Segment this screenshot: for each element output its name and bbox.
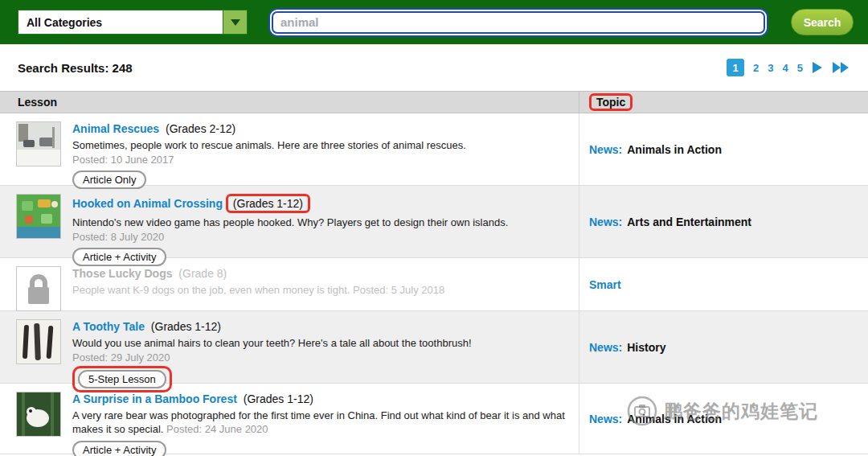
posted-date: Posted: 29 July 2020 — [72, 351, 569, 364]
lesson-description: A very rare bear was photographed for th… — [72, 409, 569, 436]
category-dropdown[interactable]: All Categories — [18, 10, 248, 35]
lesson-thumbnail-snow-scene[interactable] — [16, 121, 61, 166]
annotation-box-topic: Topic — [589, 93, 633, 111]
topic-cell: News: History — [579, 311, 868, 383]
lesson-title-link[interactable]: Those Lucky Dogs — [72, 267, 172, 280]
results-bar: Search Results: 248 1 2 3 4 5 — [0, 44, 868, 91]
lesson-description: Sometimes, people work to rescue animals… — [72, 138, 569, 152]
lock-icon — [16, 266, 61, 311]
lesson-info: Those Lucky Dogs (Grade 8) People want K… — [72, 266, 569, 306]
search-input-wrapper — [268, 8, 768, 37]
lesson-row-bamboo-forest: A Surprise in a Bamboo Forest (Grades 1-… — [0, 384, 868, 454]
posted-date: Posted: 10 June 2017 — [72, 154, 569, 166]
lesson-row-animal-rescues: Animal Rescues (Grades 2-12) Sometimes, … — [0, 113, 868, 186]
results-summary: Search Results: 248 — [18, 61, 133, 75]
pagination: 1 2 3 4 5 — [727, 59, 850, 76]
lesson-row-animal-crossing: Hooked on Animal Crossing (Grades 1-12) … — [0, 186, 868, 258]
lesson-description: Would you use animal hairs to clean your… — [72, 336, 569, 350]
lesson-info: A Toothy Tale (Grades 1-12) Would you us… — [72, 319, 569, 378]
topic-category-label[interactable]: Smart — [589, 278, 621, 291]
lesson-cell: Hooked on Animal Crossing (Grades 1-12) … — [0, 186, 579, 257]
search-button[interactable]: Search — [791, 9, 854, 35]
topic-cell: Smart — [579, 258, 868, 310]
topic-name: Animals in Action — [627, 413, 722, 425]
page-link-3[interactable]: 3 — [768, 62, 773, 74]
table-header: Lesson Topic — [0, 91, 868, 113]
lesson-info: Animal Rescues (Grades 2-12) Sometimes, … — [72, 121, 569, 180]
grades-label: (Grade 8) — [178, 267, 227, 280]
topic-cell: News: Animals in Action — [579, 113, 868, 185]
posted-date: Posted: 24 June 2020 — [166, 423, 268, 435]
lesson-cell: Those Lucky Dogs (Grade 8) People want K… — [0, 258, 579, 310]
lesson-cell: Animal Rescues (Grades 2-12) Sometimes, … — [0, 113, 579, 185]
topic-category-label[interactable]: News: — [589, 216, 622, 228]
lesson-title-link[interactable]: Animal Rescues — [72, 122, 159, 135]
lesson-info: A Surprise in a Bamboo Forest (Grades 1-… — [72, 392, 569, 449]
search-input[interactable] — [272, 11, 765, 34]
grades-label: (Grades 1-12) — [151, 320, 221, 333]
topic-category-label[interactable]: News: — [589, 143, 622, 156]
chevron-down-icon — [231, 19, 240, 26]
page-link-2[interactable]: 2 — [753, 62, 759, 74]
topic-name: Arts and Entertainment — [627, 216, 751, 228]
lesson-cell: A Surprise in a Bamboo Forest (Grades 1-… — [0, 384, 579, 454]
topic-name: History — [627, 341, 665, 354]
lesson-column-header: Lesson — [0, 96, 579, 109]
lesson-thumbnail-toothbrush[interactable] — [16, 319, 61, 364]
next-page-icon[interactable] — [812, 61, 824, 74]
topic-category-label[interactable]: News: — [589, 341, 622, 354]
lesson-row-lucky-dogs-locked: Those Lucky Dogs (Grade 8) People want K… — [0, 258, 868, 311]
grades-label: (Grades 1-12) — [244, 392, 313, 405]
lesson-thumbnail-video-game[interactable] — [16, 194, 61, 239]
lesson-thumbnail-panda[interactable] — [16, 392, 61, 437]
annotation-box-grades: (Grades 1-12) — [226, 194, 310, 213]
posted-date: Posted: 8 July 2020 — [72, 231, 569, 243]
topic-cell: News: Arts and Entertainment — [579, 186, 868, 257]
search-results-page: All Categories Search Search Results: 24… — [0, 0, 868, 456]
lesson-row-toothy-tale: A Toothy Tale (Grades 1-12) Would you us… — [0, 311, 868, 384]
lesson-title-link[interactable]: A Surprise in a Bamboo Forest — [72, 392, 237, 405]
lesson-info: Hooked on Animal Crossing (Grades 1-12) … — [72, 194, 569, 253]
lesson-description: People want K-9 dogs on the job, even wh… — [72, 283, 569, 297]
description-text: People want K-9 dogs on the job, even wh… — [72, 284, 350, 296]
page-1-active[interactable]: 1 — [727, 59, 744, 76]
description-text: A very rare bear was photographed for th… — [72, 409, 565, 435]
lesson-cell: A Toothy Tale (Grades 1-12) Would you us… — [0, 311, 579, 383]
lesson-title-link[interactable]: Hooked on Animal Crossing — [72, 197, 223, 210]
category-dropdown-value: All Categories — [18, 16, 102, 29]
topic-column-header: Topic — [579, 92, 868, 113]
top-search-bar: All Categories Search — [0, 0, 868, 44]
lesson-type-badge: Article + Activity — [72, 441, 166, 456]
grades-label: (Grades 2-12) — [166, 122, 235, 135]
topic-cell: News: Animals in Action — [579, 384, 868, 454]
grades-label: (Grades 1-12) — [233, 197, 303, 210]
page-link-4[interactable]: 4 — [783, 62, 788, 74]
lesson-description: Nintendo's new video game has people hoo… — [72, 216, 569, 229]
dropdown-arrow-button[interactable] — [223, 10, 247, 34]
page-link-5[interactable]: 5 — [797, 62, 803, 74]
topic-name: Animals in Action — [627, 143, 722, 156]
posted-date: Posted: 5 July 2018 — [353, 284, 444, 296]
topic-category-label[interactable]: News: — [589, 413, 622, 425]
last-page-icon[interactable] — [833, 61, 850, 74]
lesson-title-link[interactable]: A Toothy Tale — [72, 320, 145, 333]
topic-header-label: Topic — [596, 96, 625, 109]
